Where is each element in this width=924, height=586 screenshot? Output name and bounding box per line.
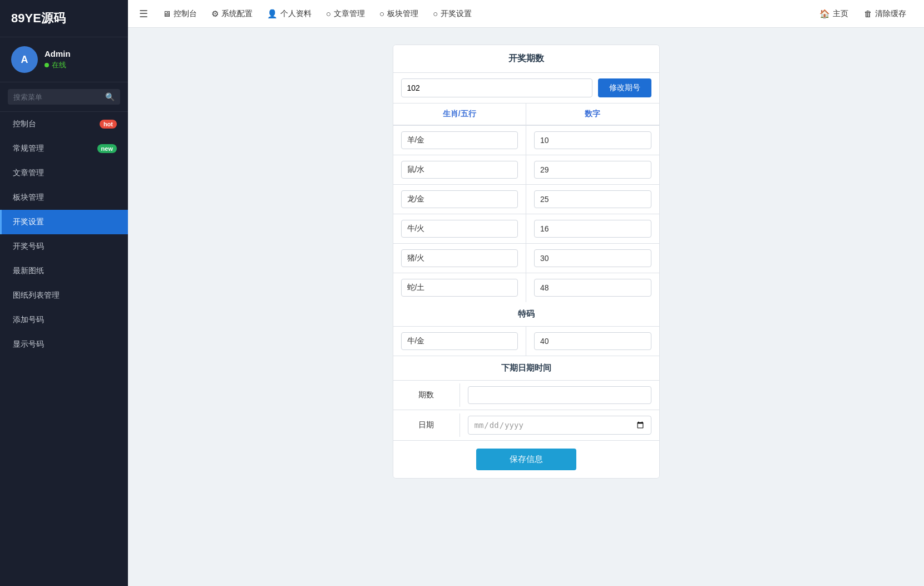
- zodiac-col-3: [393, 214, 526, 243]
- search-input[interactable]: [13, 93, 101, 101]
- user-info: Admin 在线: [45, 49, 71, 70]
- prize-card: 开奖期数 修改期号 生肖/五行 数字: [393, 45, 660, 479]
- col-headers-row: 生肖/五行 数字: [393, 104, 659, 126]
- zodiac-col-4: [393, 244, 526, 273]
- topnav-right-label-zhuyе: 主页: [833, 9, 848, 19]
- sidebar-item-changguan[interactable]: 常规管理new: [0, 136, 128, 161]
- number-col-2: [526, 185, 659, 214]
- number-col-1: [526, 155, 659, 184]
- status-dot-icon: [45, 63, 49, 67]
- sidebar-item-kaijianghao[interactable]: 开奖号码: [0, 234, 128, 259]
- special-number-col: [526, 327, 659, 356]
- number-col-0: [526, 126, 659, 155]
- topnav-icon-gerenZiliao: 👤: [267, 9, 278, 19]
- zodiac-col-2: [393, 185, 526, 214]
- next-period-number-input[interactable]: [468, 386, 651, 404]
- sidebar-item-tupianliebiao[interactable]: 图纸列表管理: [0, 283, 128, 308]
- user-status: 在线: [45, 60, 71, 70]
- topnav-icon-xitongpeizhи: ⚙: [211, 9, 219, 19]
- topnav-right-item-zhuyе[interactable]: 🏠主页: [813, 6, 855, 22]
- username: Admin: [45, 49, 71, 58]
- sidebar-item-label-kongzhitai: 控制台: [13, 119, 36, 129]
- special-row: [393, 327, 659, 356]
- number-col-4: [526, 244, 659, 273]
- topnav-item-bankuaiGuanli[interactable]: ○板块管理: [373, 6, 425, 22]
- topnav-label-wenzhangGuanli: 文章管理: [334, 9, 365, 19]
- sidebar-item-bankuai[interactable]: 板块管理: [0, 185, 128, 210]
- topnav-right-icon-zhuyе: 🏠: [819, 9, 830, 19]
- zodiac-input-2[interactable]: [401, 190, 518, 208]
- table-row: [393, 155, 659, 185]
- sidebar-badge-kongzhitai: hot: [100, 120, 117, 129]
- number-input-1[interactable]: [534, 161, 651, 179]
- topnav-label-kaijiangsheji: 开奖设置: [441, 9, 472, 19]
- next-period-date-value: [460, 410, 659, 440]
- zodiac-col-0: [393, 126, 526, 155]
- topnav-right-label-qingchuhuancun: 清除缓存: [875, 9, 906, 19]
- topnav-item-kaijiangsheji[interactable]: ○开奖设置: [426, 6, 478, 22]
- sidebar-item-label-wenzhang: 文章管理: [13, 168, 44, 178]
- topnav-icon-wenzhangGuanli: ○: [326, 9, 331, 18]
- sidebar-item-label-kaijianghao: 开奖号码: [13, 242, 44, 252]
- number-input-5[interactable]: [534, 279, 651, 297]
- search-inner: 🔍: [8, 89, 120, 105]
- zodiac-input-3[interactable]: [401, 220, 518, 238]
- table-row: [393, 214, 659, 244]
- sidebar-menu: 控制台hot常规管理new文章管理板块管理开奖设置开奖号码最新图纸图纸列表管理添…: [0, 112, 128, 586]
- topnav-item-wenzhangGuanli[interactable]: ○文章管理: [319, 6, 372, 22]
- number-col-3: [526, 214, 659, 243]
- table-row: [393, 244, 659, 273]
- search-icon[interactable]: 🔍: [105, 92, 115, 101]
- sidebar-item-label-bankuai: 板块管理: [13, 193, 44, 203]
- main-content: 开奖期数 修改期号 生肖/五行 数字: [128, 28, 924, 586]
- topnav-right-item-qingchuhuancun[interactable]: 🗑清除缓存: [857, 6, 913, 22]
- special-zodiac-col: [393, 327, 526, 356]
- sidebar-item-kongzhitai[interactable]: 控制台hot: [0, 112, 128, 136]
- zodiac-input-0[interactable]: [401, 131, 518, 149]
- next-period-date-input[interactable]: [468, 416, 651, 435]
- next-period-date-row: 日期: [393, 410, 659, 441]
- save-row: 保存信息: [393, 441, 659, 478]
- sidebar-item-tianjiahaoma[interactable]: 添加号码: [0, 308, 128, 332]
- next-period-number-row: 期数: [393, 381, 659, 410]
- zodiac-input-5[interactable]: [401, 279, 518, 297]
- topnav-label-gerenZiliao: 个人资料: [280, 9, 312, 19]
- sidebar-item-label-xianshihaoma: 显示号码: [13, 339, 44, 349]
- topnav: ☰ 🖥控制台⚙系统配置👤个人资料○文章管理○板块管理○开奖设置 🏠主页🗑清除缓存: [128, 0, 924, 28]
- topnav-icon-kaijiangsheji: ○: [433, 9, 438, 18]
- topnav-item-kongzhitai[interactable]: 🖥控制台: [156, 6, 204, 22]
- zodiac-col-1: [393, 155, 526, 184]
- topnav-icon-bankuaiGuanli: ○: [379, 9, 384, 18]
- sidebar-item-xianshihaoma[interactable]: 显示号码: [0, 332, 128, 357]
- sidebar-item-wenzhang[interactable]: 文章管理: [0, 161, 128, 185]
- period-input[interactable]: [401, 78, 592, 97]
- section-title-special: 特码: [393, 302, 659, 327]
- number-input-2[interactable]: [534, 190, 651, 208]
- special-number-input[interactable]: [534, 332, 651, 350]
- number-input-4[interactable]: [534, 249, 651, 267]
- modify-period-button[interactable]: 修改期号: [598, 78, 651, 97]
- zodiac-col-5: [393, 273, 526, 302]
- sidebar-user: A Admin 在线: [0, 37, 128, 82]
- special-zodiac-input[interactable]: [401, 332, 518, 350]
- zodiac-input-4[interactable]: [401, 249, 518, 267]
- col-header-zodiac: 生肖/五行: [393, 104, 526, 125]
- next-period-number-label: 期数: [393, 383, 460, 407]
- col-header-number: 数字: [526, 104, 659, 125]
- topnav-right: 🏠主页🗑清除缓存: [813, 6, 913, 22]
- sidebar-item-zuixintupian[interactable]: 最新图纸: [0, 259, 128, 283]
- number-input-0[interactable]: [534, 131, 651, 149]
- logo-text: 89YE源码: [11, 11, 66, 25]
- table-row: [393, 126, 659, 155]
- table-row: [393, 273, 659, 302]
- sidebar-item-kaijiangsheji[interactable]: 开奖设置: [0, 210, 128, 234]
- topnav-item-gerenZiliao[interactable]: 👤个人资料: [260, 6, 318, 22]
- section-title-next-period: 下期日期时间: [393, 356, 659, 381]
- sidebar-item-label-tupianliebiao: 图纸列表管理: [13, 290, 60, 301]
- save-button[interactable]: 保存信息: [476, 449, 576, 470]
- menu-toggle-icon[interactable]: ☰: [139, 8, 148, 20]
- topnav-item-xitongpeizhи[interactable]: ⚙系统配置: [205, 6, 259, 22]
- number-input-3[interactable]: [534, 220, 651, 238]
- zodiac-input-1[interactable]: [401, 161, 518, 179]
- topnav-label-bankuaiGuanli: 板块管理: [387, 9, 418, 19]
